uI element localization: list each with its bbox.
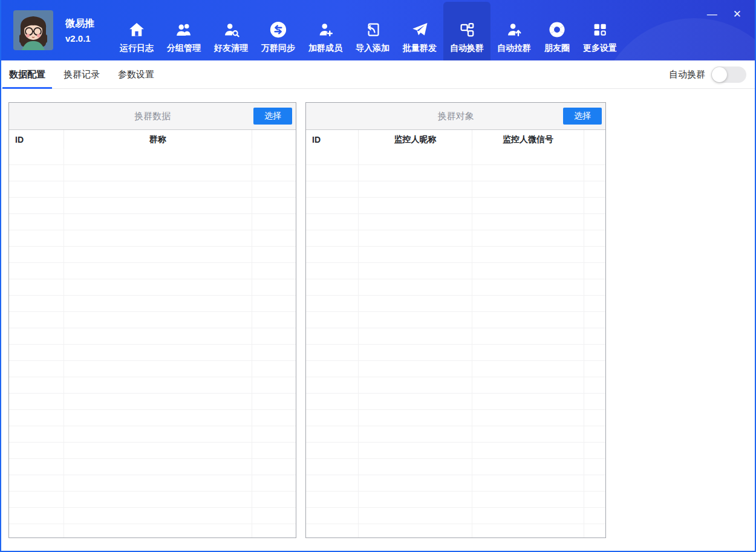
panel-title: 换群对象 bbox=[438, 111, 474, 122]
cell-group-name bbox=[64, 263, 252, 279]
tab-swap-records[interactable]: 换群记录 bbox=[57, 60, 106, 88]
table-row bbox=[9, 312, 296, 328]
cell-extra bbox=[252, 312, 296, 328]
cell-group-name bbox=[64, 394, 252, 409]
cell-id bbox=[306, 492, 359, 507]
cell-monitor-wechat-id bbox=[472, 410, 584, 426]
cell-monitor-nickname bbox=[359, 149, 472, 164]
grid-icon bbox=[591, 21, 609, 39]
auto-swap-toggle[interactable] bbox=[711, 67, 746, 83]
nav-item-import-add[interactable]: 导入添加 bbox=[349, 0, 396, 60]
users-icon bbox=[175, 21, 193, 39]
cell-monitor-nickname bbox=[359, 361, 472, 377]
nav-item-moments[interactable]: 朋友圈 bbox=[538, 0, 576, 60]
table-row bbox=[306, 296, 605, 312]
table-row bbox=[306, 508, 605, 524]
content-area: 换群数据 选择 ID 群称 bbox=[1, 89, 755, 538]
cell-extra bbox=[252, 426, 296, 442]
table-row bbox=[9, 214, 296, 230]
cell-extra bbox=[252, 296, 296, 311]
nav-item-add-member[interactable]: 加群成员 bbox=[302, 0, 349, 60]
nav-item-friend-clean[interactable]: 好友清理 bbox=[207, 0, 255, 60]
auto-swap-toggle-label: 自动换群 bbox=[669, 69, 705, 80]
table-row bbox=[306, 492, 605, 508]
cell-extra bbox=[252, 230, 296, 246]
nav-item-group-manage[interactable]: 分组管理 bbox=[160, 0, 207, 60]
cell-monitor-nickname bbox=[359, 230, 472, 246]
cell-monitor-nickname bbox=[359, 410, 472, 426]
table-row bbox=[9, 345, 296, 361]
nav-item-run-log[interactable]: 运行日志 bbox=[113, 0, 160, 60]
minimize-button[interactable]: — bbox=[707, 8, 717, 21]
cell-extra bbox=[584, 149, 605, 164]
table-row bbox=[306, 475, 605, 492]
cell-extra bbox=[252, 410, 296, 426]
nav-label: 导入添加 bbox=[356, 43, 389, 54]
cell-id bbox=[306, 443, 359, 458]
nav-label: 朋友圈 bbox=[544, 43, 570, 54]
cell-id bbox=[306, 149, 359, 164]
tab-label: 数据配置 bbox=[9, 69, 45, 80]
avatar bbox=[13, 10, 53, 50]
table-row bbox=[9, 443, 296, 459]
tab-data-config[interactable]: 数据配置 bbox=[2, 60, 52, 88]
table-row bbox=[9, 296, 296, 312]
table-row bbox=[9, 247, 296, 263]
cell-extra bbox=[584, 198, 605, 213]
cell-group-name bbox=[64, 279, 252, 295]
cell-group-name bbox=[64, 475, 252, 491]
cell-id bbox=[9, 312, 64, 328]
cell-extra bbox=[584, 263, 605, 279]
select-swap-data-button[interactable]: 选择 bbox=[253, 108, 292, 125]
cell-id bbox=[306, 508, 359, 524]
table-row bbox=[306, 181, 605, 198]
nav-item-auto-swap-group[interactable]: 自动换群 bbox=[443, 2, 490, 60]
cell-monitor-nickname bbox=[359, 279, 472, 295]
table-row bbox=[9, 198, 296, 214]
home-icon bbox=[128, 21, 146, 39]
cell-group-name bbox=[64, 312, 252, 328]
table-row bbox=[306, 149, 605, 165]
nav-item-batch-send[interactable]: 批量群发 bbox=[396, 0, 443, 60]
cell-group-name bbox=[64, 377, 252, 393]
app-header: 微易推 v2.0.1 运行日志 分组管理 好友清理 bbox=[1, 0, 755, 60]
toggle-knob bbox=[712, 67, 727, 82]
cell-id bbox=[9, 165, 64, 181]
cell-extra bbox=[584, 508, 605, 524]
table-row bbox=[306, 459, 605, 475]
cell-id bbox=[306, 459, 359, 475]
cell-id bbox=[306, 247, 359, 262]
column-header-group-name: 群称 bbox=[64, 130, 252, 149]
table-row bbox=[306, 247, 605, 263]
panel-swap-target-titlebar: 换群对象 选择 bbox=[306, 103, 605, 130]
close-button[interactable]: ✕ bbox=[733, 8, 741, 21]
cell-group-name bbox=[64, 247, 252, 262]
cell-id bbox=[9, 492, 64, 507]
cell-id bbox=[9, 149, 64, 164]
cell-group-name bbox=[64, 296, 252, 311]
cell-extra bbox=[584, 377, 605, 393]
main-nav: 运行日志 分组管理 好友清理 万群同步 bbox=[113, 0, 624, 60]
nav-item-auto-pull-group[interactable]: 自动拉群 bbox=[490, 0, 538, 60]
cell-extra bbox=[584, 426, 605, 442]
select-swap-target-button[interactable]: 选择 bbox=[563, 108, 602, 125]
table-row bbox=[306, 377, 605, 394]
table-row bbox=[9, 394, 296, 410]
nav-label: 更多设置 bbox=[583, 43, 617, 54]
table-row bbox=[306, 410, 605, 426]
cell-id bbox=[9, 279, 64, 295]
cell-monitor-wechat-id bbox=[472, 230, 584, 246]
cell-monitor-wechat-id bbox=[472, 459, 584, 475]
table-row bbox=[306, 443, 605, 459]
table-row bbox=[306, 361, 605, 377]
cell-monitor-wechat-id bbox=[472, 181, 584, 197]
cell-monitor-nickname bbox=[359, 508, 472, 524]
cell-extra bbox=[584, 328, 605, 344]
cell-id bbox=[306, 296, 359, 311]
nav-item-group-sync[interactable]: 万群同步 bbox=[255, 0, 302, 60]
tab-param-settings[interactable]: 参数设置 bbox=[111, 60, 161, 88]
cell-group-name bbox=[64, 443, 252, 458]
cell-id bbox=[306, 475, 359, 491]
cell-monitor-nickname bbox=[359, 296, 472, 311]
nav-item-more-settings[interactable]: 更多设置 bbox=[576, 0, 624, 60]
